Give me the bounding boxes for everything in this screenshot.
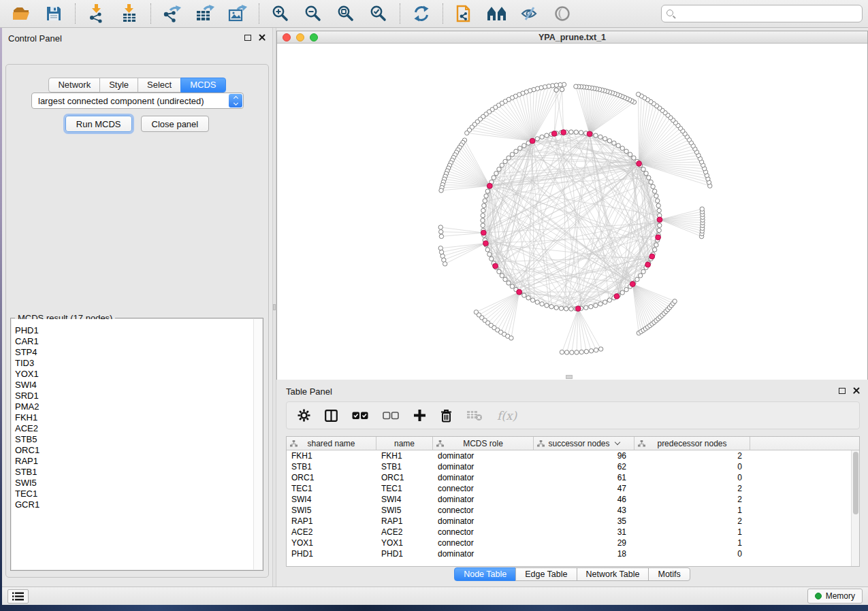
- table-row[interactable]: RAP1RAP1dominator352: [287, 516, 859, 527]
- table-scrollbar[interactable]: [851, 450, 859, 566]
- cell-predecessor-nodes[interactable]: 0: [634, 462, 750, 472]
- mcds-result-item[interactable]: SRD1: [12, 391, 262, 401]
- cell-MCDS-role[interactable]: dominator: [433, 516, 534, 526]
- optimization-criterion-select[interactable]: largest connected component (undirected): [31, 93, 244, 109]
- cell-successor-nodes[interactable]: 31: [534, 527, 634, 537]
- cell-successor-nodes[interactable]: 35: [534, 516, 634, 526]
- cell-predecessor-nodes[interactable]: 2: [634, 495, 750, 504]
- close-panel-button[interactable]: Close panel: [141, 116, 210, 132]
- open-file-icon[interactable]: [10, 3, 33, 24]
- zoom-in-icon[interactable]: [269, 3, 292, 24]
- cell-name[interactable]: ORC1: [376, 473, 433, 482]
- tab-network-table[interactable]: Network Table: [577, 567, 649, 581]
- mcds-result-item[interactable]: STB5: [12, 434, 262, 445]
- tab-edge-table[interactable]: Edge Table: [515, 567, 577, 581]
- select-stepper-icon[interactable]: [229, 94, 242, 108]
- cell-predecessor-nodes[interactable]: 0: [634, 549, 750, 559]
- mcds-result-item[interactable]: STB1: [12, 467, 262, 478]
- table-row[interactable]: ACE2ACE2connector311: [287, 527, 859, 538]
- zoom-fit-icon[interactable]: [334, 3, 357, 24]
- cell-successor-nodes[interactable]: 61: [534, 473, 634, 482]
- mcds-result-list[interactable]: PHD1CAR1STP4TID3YOX1SWI4SRD1PMA2FKH1ACE2…: [12, 319, 262, 569]
- column-header-name[interactable]: name: [376, 437, 433, 450]
- table-scrollbar-thumb[interactable]: [853, 452, 858, 514]
- minimize-window-icon[interactable]: [296, 33, 304, 42]
- mcds-result-item[interactable]: PMA2: [12, 401, 262, 412]
- cell-predecessor-nodes[interactable]: 1: [634, 538, 750, 548]
- mcds-result-item[interactable]: YOX1: [12, 369, 262, 380]
- close-panel-icon[interactable]: [259, 34, 266, 41]
- import-table-icon[interactable]: [118, 3, 141, 24]
- tab-mcds[interactable]: MCDS: [180, 78, 225, 93]
- tab-motifs[interactable]: Motifs: [648, 567, 690, 581]
- mcds-result-item[interactable]: ACE2: [12, 423, 262, 434]
- refresh-view-icon[interactable]: [410, 3, 433, 24]
- table-row[interactable]: YOX1YOX1connector291: [287, 538, 859, 548]
- tab-select[interactable]: Select: [138, 78, 181, 93]
- table-row[interactable]: SWI4SWI4dominator462: [287, 494, 859, 505]
- mcds-result-item[interactable]: ORC1: [12, 445, 262, 456]
- cell-shared-name[interactable]: SWI4: [287, 495, 376, 504]
- cell-shared-name[interactable]: PHD1: [287, 549, 376, 559]
- cell-MCDS-role[interactable]: connector: [433, 484, 534, 493]
- column-header-MCDS-role[interactable]: MCDS role: [433, 437, 534, 450]
- first-neighbors-icon[interactable]: [485, 3, 509, 24]
- cell-successor-nodes[interactable]: 43: [534, 506, 634, 515]
- cell-MCDS-role[interactable]: connector: [433, 527, 534, 537]
- tab-style[interactable]: Style: [99, 78, 138, 93]
- cell-MCDS-role[interactable]: dominator: [433, 473, 534, 482]
- mcds-result-item[interactable]: PHD1: [12, 325, 262, 336]
- float-panel-icon[interactable]: [244, 35, 251, 41]
- mcds-list-scrollbar[interactable]: [253, 319, 262, 569]
- network-window-titlebar[interactable]: YPA_prune.txt_1: [277, 31, 867, 44]
- float-panel-icon[interactable]: [839, 388, 846, 394]
- mcds-result-item[interactable]: TEC1: [12, 489, 262, 499]
- cell-predecessor-nodes[interactable]: 1: [634, 527, 750, 537]
- cell-name[interactable]: RAP1: [376, 516, 433, 526]
- cell-MCDS-role[interactable]: dominator: [433, 462, 534, 472]
- cell-shared-name[interactable]: RAP1: [287, 516, 376, 526]
- column-settings-icon[interactable]: [298, 409, 310, 422]
- cell-shared-name[interactable]: STB1: [287, 462, 376, 472]
- cell-name[interactable]: STB1: [376, 462, 433, 472]
- column-header-successor-nodes[interactable]: successor nodes: [534, 437, 634, 450]
- cell-name[interactable]: SWI5: [376, 506, 433, 515]
- cell-name[interactable]: TEC1: [376, 484, 433, 493]
- column-header-shared-name[interactable]: shared name: [287, 437, 376, 450]
- cell-name[interactable]: YOX1: [376, 538, 433, 548]
- cell-predecessor-nodes[interactable]: 2: [634, 516, 750, 526]
- delete-column-icon[interactable]: [440, 409, 452, 423]
- new-network-icon[interactable]: [453, 3, 476, 24]
- cell-predecessor-nodes[interactable]: 2: [634, 451, 750, 461]
- cell-shared-name[interactable]: FKH1: [287, 451, 376, 461]
- close-window-icon[interactable]: [283, 33, 291, 42]
- cell-shared-name[interactable]: ORC1: [287, 473, 376, 482]
- export-image-icon[interactable]: [226, 3, 249, 24]
- mcds-result-item[interactable]: TID3: [12, 358, 262, 369]
- cell-shared-name[interactable]: TEC1: [287, 484, 376, 493]
- hide-graphics-details-icon[interactable]: [518, 3, 541, 24]
- split-view-icon[interactable]: [325, 410, 338, 422]
- zoom-out-icon[interactable]: [302, 3, 325, 24]
- cell-predecessor-nodes[interactable]: 0: [634, 473, 750, 482]
- zoom-selected-icon[interactable]: [367, 3, 390, 24]
- run-mcds-button[interactable]: Run MCDS: [65, 116, 132, 132]
- table-row[interactable]: SWI5SWI5connector431: [287, 505, 859, 516]
- cell-name[interactable]: ACE2: [376, 527, 433, 537]
- cell-name[interactable]: PHD1: [376, 549, 433, 559]
- mcds-result-item[interactable]: CAR1: [12, 336, 262, 347]
- cell-successor-nodes[interactable]: 62: [534, 462, 634, 472]
- mcds-result-item[interactable]: STP4: [12, 347, 262, 358]
- show-graphics-details-icon[interactable]: [551, 3, 574, 24]
- column-header-predecessor-nodes[interactable]: predecessor nodes: [634, 437, 750, 450]
- cell-predecessor-nodes[interactable]: 1: [634, 506, 750, 515]
- table-row[interactable]: STB1STB1dominator620: [287, 461, 859, 472]
- cell-MCDS-role[interactable]: dominator: [433, 451, 534, 461]
- table-row[interactable]: FKH1FKH1dominator962: [287, 450, 859, 461]
- search-input[interactable]: [661, 5, 863, 22]
- close-panel-icon[interactable]: [853, 387, 860, 394]
- memory-button[interactable]: Memory: [807, 589, 863, 604]
- mcds-result-item[interactable]: RAP1: [12, 456, 262, 467]
- cell-successor-nodes[interactable]: 47: [534, 484, 634, 493]
- maximize-window-icon[interactable]: [310, 33, 318, 42]
